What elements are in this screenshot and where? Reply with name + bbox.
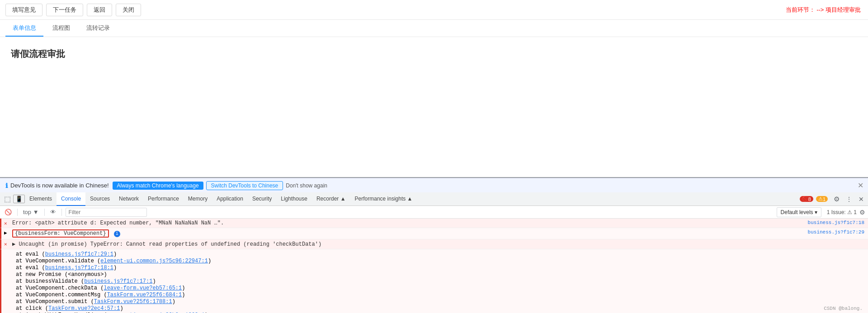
- stack-line-6: at VueComponent.checkData (leave-form.vu…: [16, 285, 864, 291]
- error-icon-2: ✕: [4, 241, 7, 247]
- fill-opinion-button[interactable]: 填写意见: [5, 4, 42, 16]
- switch-devtools-button[interactable]: Switch DevTools to Chinese: [206, 181, 283, 190]
- stack-line-4: at new Promise (<anonymous>): [16, 271, 864, 278]
- error-icon-1: ✕: [4, 220, 7, 226]
- info-badge: i: [114, 231, 120, 237]
- inspect-element-icon[interactable]: ⬚: [2, 193, 13, 205]
- tab-sources[interactable]: Sources: [85, 192, 114, 206]
- tab-form-info[interactable]: 表单信息: [5, 20, 43, 37]
- eye-icon[interactable]: 👁: [48, 208, 58, 216]
- stack-line-5: at businessValidate (business.js?f1c7:17…: [16, 278, 864, 285]
- top-context-btn[interactable]: top ▼: [21, 208, 41, 216]
- stack-link-6[interactable]: leave-form.vue?eb57:65:1: [104, 285, 182, 291]
- env-info: 当前环节： --> 项目经理审批: [786, 6, 861, 14]
- chevron-down-icon: ▼: [33, 209, 39, 215]
- devtools-close-icon[interactable]: ✕: [856, 194, 866, 204]
- chevron-down-icon: ▾: [815, 209, 817, 215]
- notification-text: DevTools is now available in Chinese!: [10, 182, 109, 189]
- tab-network[interactable]: Network: [114, 192, 143, 206]
- console-toolbar: 🚫 top ▼ 👁 Default levels ▾ 1 Issue: ⚠ 1 …: [0, 206, 868, 219]
- clear-console-icon[interactable]: 🚫: [3, 208, 14, 216]
- stack-line-3: at eval (business.js?f1c7:18:1): [16, 265, 864, 271]
- toolbar-divider-3: [61, 209, 62, 216]
- tab-lighthouse[interactable]: Lighthouse: [276, 192, 312, 206]
- tab-application[interactable]: Application: [212, 192, 248, 206]
- filter-input[interactable]: [66, 208, 147, 217]
- footer-text: CSDN @balong.: [824, 306, 863, 311]
- main-tabs: 表单信息 流程图 流转记录: [0, 20, 868, 37]
- error-source-1[interactable]: business.js?f1c7:18: [803, 220, 864, 225]
- devtools-more-icon[interactable]: ⋮: [844, 194, 854, 204]
- page-title: 请假流程审批: [11, 48, 857, 60]
- device-toggle-icon[interactable]: 📱: [13, 195, 25, 203]
- stack-line-2: at VueComponent.validate (element-ui.com…: [16, 258, 864, 264]
- devtools-panel: ℹ DevTools is now available in Chinese! …: [0, 177, 868, 313]
- tab-flow-record[interactable]: 流转记录: [79, 20, 117, 37]
- top-toolbar: 填写意见 下一任务 返回 关闭 当前环节： --> 项目经理审批: [0, 0, 868, 20]
- stack-trace: at eval (business.js?f1c7:29:1) at VueCo…: [0, 249, 868, 313]
- console-output: ✕ Error: <path> attribute d: Expected nu…: [0, 219, 868, 313]
- uncaught-error-content: ▶ Uncaught (in promise) TypeError: Canno…: [12, 241, 864, 248]
- next-task-button[interactable]: 下一任务: [46, 4, 83, 16]
- console-error-line-1: ✕ Error: <path> attribute d: Expected nu…: [0, 219, 868, 228]
- stack-line-8: at VueComponent.submit (TaskForm.vue?25f…: [16, 299, 864, 305]
- devtools-tabs: ⬚ 📱 Elements Console Sources Network Per…: [0, 192, 868, 206]
- stack-link-7[interactable]: TaskForm.vue?25f6:684:1: [107, 292, 182, 298]
- stack-link-9[interactable]: TaskForm.vue?2ec4:57:1: [48, 305, 120, 312]
- stack-link-2[interactable]: element-ui.common.js?5c96:22947:1: [100, 258, 208, 264]
- error-count-badge: 🚫 8: [800, 196, 813, 202]
- tab-elements[interactable]: Elements: [25, 192, 57, 206]
- devtools-notification: ℹ DevTools is now available in Chinese! …: [0, 178, 868, 192]
- tab-security[interactable]: Security: [248, 192, 276, 206]
- always-match-button[interactable]: Always match Chrome's language: [113, 182, 203, 190]
- warning-count-badge: ⚠ 1: [816, 196, 828, 202]
- highlighted-component: {businessForm: VueComponent}: [12, 229, 109, 238]
- stack-line-9: at click (TaskForm.vue?2ec4:57:1): [16, 305, 864, 312]
- stack-line-1: at eval (business.js?f1c7:29:1): [16, 251, 864, 257]
- console-error-detail: ▶ {businessForm: VueComponent} i busines…: [0, 228, 868, 239]
- return-button[interactable]: 返回: [87, 4, 112, 16]
- stack-link-8[interactable]: TaskForm.vue?25f6:1788:1: [94, 299, 172, 305]
- toolbar-divider-2: [44, 209, 45, 216]
- issues-gear-icon[interactable]: ⚙: [859, 209, 865, 216]
- tab-console[interactable]: Console: [57, 192, 85, 206]
- default-levels-button[interactable]: Default levels ▾: [777, 207, 821, 217]
- error-source-2[interactable]: business.js?f1c7:29: [803, 229, 864, 235]
- expand-icon[interactable]: ▶: [4, 230, 7, 236]
- devtools-tab-icons: 🚫 8 ⚠ 1 ⚙ ⋮ ✕: [800, 194, 866, 205]
- stack-link-5[interactable]: business.js?f1c7:17:1: [84, 278, 152, 285]
- tab-performance[interactable]: Performance: [143, 192, 184, 206]
- error-detail-content: {businessForm: VueComponent} i: [12, 229, 803, 238]
- toolbar-divider: [17, 209, 18, 216]
- close-button[interactable]: 关闭: [116, 4, 141, 16]
- tab-recorder[interactable]: Recorder ▲: [312, 192, 350, 206]
- tab-performance-insights[interactable]: Performance insights ▲: [350, 192, 417, 206]
- issues-text: 1 Issue: ⚠ 1: [827, 209, 857, 215]
- error-content-1: Error: <path> attribute d: Expected numb…: [12, 220, 803, 226]
- page-content: 请假流程审批: [0, 37, 868, 177]
- stack-link-1[interactable]: business.js?f1c7:29:1: [45, 251, 113, 257]
- stack-link-3[interactable]: business.js?f1c7:18:1: [45, 265, 113, 271]
- tab-memory[interactable]: Memory: [184, 192, 212, 206]
- console-uncaught-error: ✕ ▶ Uncaught (in promise) TypeError: Can…: [0, 239, 868, 249]
- tab-flow-chart[interactable]: 流程图: [45, 20, 77, 37]
- info-icon: ℹ: [5, 182, 8, 189]
- dont-show-link[interactable]: Don't show again: [286, 182, 327, 189]
- close-notification-icon[interactable]: ✕: [858, 182, 863, 189]
- devtools-settings-icon[interactable]: ⚙: [831, 194, 842, 205]
- stack-line-7: at VueComponent.commentMsg (TaskForm.vue…: [16, 292, 864, 298]
